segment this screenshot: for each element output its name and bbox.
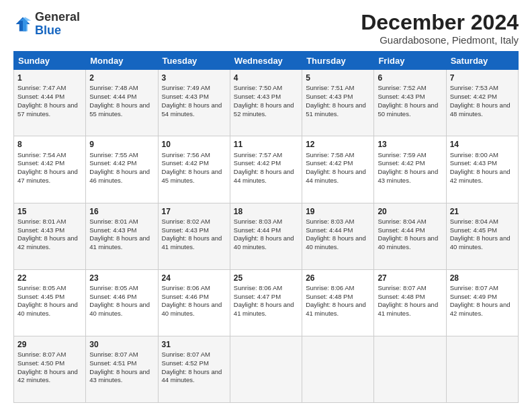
day-cell-1: 1 Sunrise: 7:47 AMSunset: 4:44 PMDayligh… bbox=[14, 70, 86, 136]
day-cell-25: 25 Sunrise: 8:06 AMSunset: 4:47 PMDaylig… bbox=[230, 269, 302, 336]
calendar-subtitle: Guardabosone, Piedmont, Italy bbox=[361, 34, 519, 46]
header-saturday: Saturday bbox=[446, 52, 518, 70]
day-cell-13: 13 Sunrise: 7:59 AMSunset: 4:42 PMDaylig… bbox=[374, 136, 446, 203]
day-cell-27: 27 Sunrise: 8:07 AMSunset: 4:48 PMDaylig… bbox=[374, 269, 446, 336]
calendar-title: December 2024 bbox=[361, 11, 519, 34]
day-cell-8: 8 Sunrise: 7:54 AMSunset: 4:42 PMDayligh… bbox=[14, 136, 86, 203]
day-cell-28: 28 Sunrise: 8:07 AMSunset: 4:49 PMDaylig… bbox=[446, 269, 518, 336]
header-wednesday: Wednesday bbox=[230, 52, 302, 70]
week-row-3: 15 Sunrise: 8:01 AMSunset: 4:43 PMDaylig… bbox=[14, 203, 519, 269]
logo-blue: Blue bbox=[35, 24, 61, 37]
day-cell-24: 24 Sunrise: 8:06 AMSunset: 4:46 PMDaylig… bbox=[158, 269, 230, 336]
day-cell-11: 11 Sunrise: 7:57 AMSunset: 4:42 PMDaylig… bbox=[230, 136, 302, 203]
empty-cell-2 bbox=[302, 336, 374, 402]
weekday-header-row: Sunday Monday Tuesday Wednesday Thursday… bbox=[14, 52, 519, 70]
header-friday: Friday bbox=[374, 52, 446, 70]
header-monday: Monday bbox=[86, 52, 158, 70]
day-cell-26: 26 Sunrise: 8:06 AMSunset: 4:48 PMDaylig… bbox=[302, 269, 374, 336]
day-cell-20: 20 Sunrise: 8:04 AMSunset: 4:44 PMDaylig… bbox=[374, 203, 446, 269]
week-row-5: 29 Sunrise: 8:07 AMSunset: 4:50 PMDaylig… bbox=[14, 336, 519, 402]
day-cell-29: 29 Sunrise: 8:07 AMSunset: 4:50 PMDaylig… bbox=[14, 336, 86, 402]
day-cell-2: 2 Sunrise: 7:48 AMSunset: 4:44 PMDayligh… bbox=[86, 70, 158, 136]
day-cell-5: 5 Sunrise: 7:51 AMSunset: 4:43 PMDayligh… bbox=[302, 70, 374, 136]
day-cell-7: 7 Sunrise: 7:53 AMSunset: 4:42 PMDayligh… bbox=[446, 70, 518, 136]
day-cell-3: 3 Sunrise: 7:49 AMSunset: 4:43 PMDayligh… bbox=[158, 70, 230, 136]
empty-cell-1 bbox=[230, 336, 302, 402]
logo-icon bbox=[13, 15, 32, 34]
header: General Blue December 2024 Guardabosone,… bbox=[13, 11, 519, 46]
calendar-table: Sunday Monday Tuesday Wednesday Thursday… bbox=[13, 51, 519, 403]
day-cell-18: 18 Sunrise: 8:03 AMSunset: 4:44 PMDaylig… bbox=[230, 203, 302, 269]
logo-general: General bbox=[35, 10, 80, 24]
day-cell-9: 9 Sunrise: 7:55 AMSunset: 4:42 PMDayligh… bbox=[86, 136, 158, 203]
day-cell-22: 22 Sunrise: 8:05 AMSunset: 4:45 PMDaylig… bbox=[14, 269, 86, 336]
day-cell-19: 19 Sunrise: 8:03 AMSunset: 4:44 PMDaylig… bbox=[302, 203, 374, 269]
empty-cell-3 bbox=[374, 336, 446, 402]
day-cell-10: 10 Sunrise: 7:56 AMSunset: 4:42 PMDaylig… bbox=[158, 136, 230, 203]
week-row-2: 8 Sunrise: 7:54 AMSunset: 4:42 PMDayligh… bbox=[14, 136, 519, 203]
page: General Blue December 2024 Guardabosone,… bbox=[0, 0, 532, 411]
day-cell-16: 16 Sunrise: 8:01 AMSunset: 4:43 PMDaylig… bbox=[86, 203, 158, 269]
day-cell-30: 30 Sunrise: 8:07 AMSunset: 4:51 PMDaylig… bbox=[86, 336, 158, 402]
day-cell-17: 17 Sunrise: 8:02 AMSunset: 4:43 PMDaylig… bbox=[158, 203, 230, 269]
day-cell-15: 15 Sunrise: 8:01 AMSunset: 4:43 PMDaylig… bbox=[14, 203, 86, 269]
day-cell-21: 21 Sunrise: 8:04 AMSunset: 4:45 PMDaylig… bbox=[446, 203, 518, 269]
day-cell-4: 4 Sunrise: 7:50 AMSunset: 4:43 PMDayligh… bbox=[230, 70, 302, 136]
week-row-4: 22 Sunrise: 8:05 AMSunset: 4:45 PMDaylig… bbox=[14, 269, 519, 336]
logo: General Blue bbox=[13, 11, 80, 38]
header-thursday: Thursday bbox=[302, 52, 374, 70]
header-tuesday: Tuesday bbox=[158, 52, 230, 70]
day-cell-31: 31 Sunrise: 8:07 AMSunset: 4:52 PMDaylig… bbox=[158, 336, 230, 402]
empty-cell-4 bbox=[446, 336, 518, 402]
logo-text: General Blue bbox=[35, 11, 80, 38]
header-sunday: Sunday bbox=[14, 52, 86, 70]
week-row-1: 1 Sunrise: 7:47 AMSunset: 4:44 PMDayligh… bbox=[14, 70, 519, 136]
day-cell-14: 14 Sunrise: 8:00 AMSunset: 4:43 PMDaylig… bbox=[446, 136, 518, 203]
day-cell-6: 6 Sunrise: 7:52 AMSunset: 4:43 PMDayligh… bbox=[374, 70, 446, 136]
title-block: December 2024 Guardabosone, Piedmont, It… bbox=[361, 11, 519, 46]
day-cell-23: 23 Sunrise: 8:05 AMSunset: 4:46 PMDaylig… bbox=[86, 269, 158, 336]
day-cell-12: 12 Sunrise: 7:58 AMSunset: 4:42 PMDaylig… bbox=[302, 136, 374, 203]
